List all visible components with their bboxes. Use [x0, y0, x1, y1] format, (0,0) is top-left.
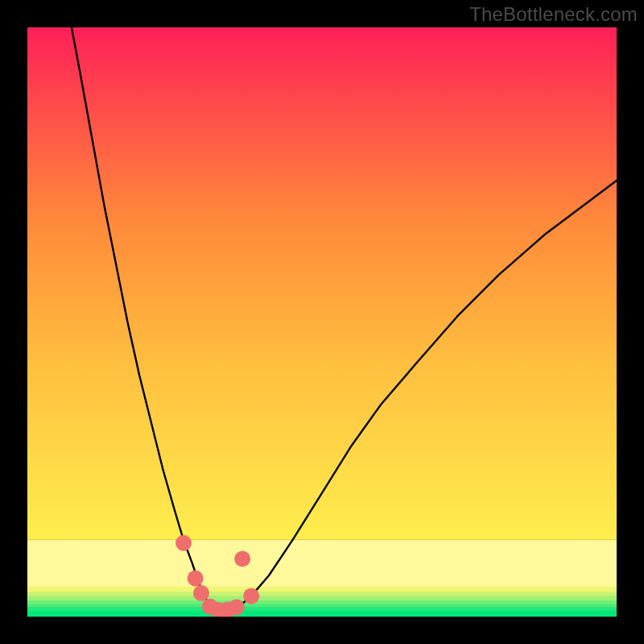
svg-rect-5 — [27, 596, 617, 601]
svg-point-11 — [193, 585, 209, 601]
svg-point-16 — [234, 551, 250, 567]
chart-frame: TheBottleneck.com — [0, 0, 644, 644]
svg-point-10 — [188, 570, 204, 586]
svg-rect-1 — [27, 611, 617, 617]
chart-svg — [27, 27, 617, 617]
svg-point-17 — [243, 588, 259, 604]
svg-rect-6 — [27, 592, 617, 597]
svg-point-15 — [229, 599, 245, 615]
svg-point-9 — [175, 535, 192, 551]
svg-rect-2 — [27, 607, 617, 611]
svg-rect-4 — [27, 601, 617, 605]
svg-rect-7 — [27, 586, 617, 592]
svg-rect-0 — [27, 27, 617, 540]
chart-plot-area — [27, 27, 617, 617]
svg-rect-8 — [27, 540, 617, 587]
svg-rect-3 — [27, 604, 617, 608]
watermark-text: TheBottleneck.com — [469, 3, 638, 26]
